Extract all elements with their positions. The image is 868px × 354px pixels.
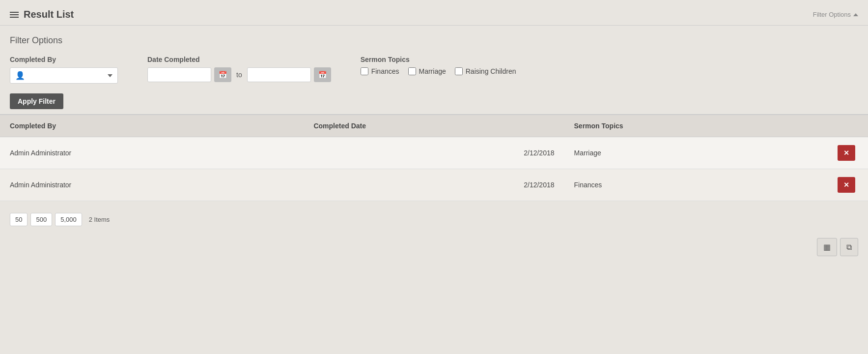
cell-completed-date: 2/12/2018 [304, 169, 564, 201]
completed-by-group: Completed By 👤 [10, 56, 118, 84]
col-header-action [825, 115, 868, 137]
grid-view-button[interactable]: ▦ [817, 238, 837, 256]
table-header-row: Completed By Completed Date Sermon Topic… [0, 115, 868, 137]
completed-by-select[interactable]: 👤 [10, 67, 118, 84]
copy-button[interactable]: ⧉ [840, 238, 858, 256]
table-row: Admin Administrator 2/12/2018 Finances ✕ [0, 169, 868, 201]
date-completed-label: Date Completed [147, 56, 331, 63]
col-header-completed-date: Completed Date [304, 115, 564, 137]
copy-icon: ⧉ [846, 243, 852, 251]
raising-children-label: Raising Children [466, 67, 516, 75]
cell-completed-by: Admin Administrator [0, 137, 304, 169]
filter-section: Filter Options Completed By 👤 Date Compl… [0, 26, 868, 115]
calendar-to-button[interactable]: 📅 [314, 67, 331, 82]
header-bar: Result List Filter Options [0, 0, 868, 26]
sermon-topics-label: Sermon Topics [361, 56, 516, 63]
col-header-sermon-topics: Sermon Topics [564, 115, 825, 137]
cell-sermon-topics: Finances [564, 169, 825, 201]
page-size-500[interactable]: 500 [30, 213, 52, 226]
date-from-input[interactable] [147, 67, 211, 82]
chevron-down-icon [108, 74, 112, 77]
page-container: Result List Filter Options Filter Option… [0, 0, 868, 261]
date-to-input[interactable] [247, 67, 311, 82]
col-header-completed-by: Completed By [0, 115, 304, 137]
marriage-label: Marriage [419, 67, 446, 75]
cell-completed-date: 2/12/2018 [304, 137, 564, 169]
person-icon: 👤 [15, 71, 25, 80]
bottom-toolbar: ▦ ⧉ [0, 233, 868, 261]
calendar-from-button[interactable]: 📅 [214, 67, 231, 82]
cell-sermon-topics: Marriage [564, 137, 825, 169]
topic-item-marriage: Marriage [408, 67, 446, 75]
items-count: 2 Items [89, 216, 110, 223]
topics-checkboxes: Finances Marriage Raising Children [361, 67, 516, 75]
filter-row: Completed By 👤 Date Completed 📅 to 📅 [10, 56, 858, 84]
finances-checkbox[interactable] [361, 67, 368, 75]
topic-item-finances: Finances [361, 67, 399, 75]
table-row: Admin Administrator 2/12/2018 Marriage ✕ [0, 137, 868, 169]
finances-label: Finances [371, 67, 399, 75]
cell-action: ✕ [825, 137, 868, 169]
date-completed-control: 📅 to 📅 [147, 67, 331, 82]
raising-children-checkbox[interactable] [455, 67, 463, 75]
chevron-up-icon [853, 13, 858, 16]
filter-options-toggle[interactable]: Filter Options [813, 11, 858, 18]
result-table: Completed By Completed Date Sermon Topic… [0, 115, 868, 201]
sermon-topics-group: Sermon Topics Finances Marriage Raising … [361, 56, 516, 75]
filter-options-toggle-label: Filter Options [813, 11, 851, 18]
cell-action: ✕ [825, 169, 868, 201]
delete-row-button[interactable]: ✕ [838, 177, 855, 193]
date-completed-group: Date Completed 📅 to 📅 [147, 56, 331, 82]
hamburger-icon [10, 12, 19, 18]
page-size-50[interactable]: 50 [10, 213, 28, 226]
cell-completed-by: Admin Administrator [0, 169, 304, 201]
pagination-row: 50 500 5,000 2 Items [0, 206, 868, 233]
table-container: Completed By Completed Date Sermon Topic… [0, 115, 868, 206]
completed-by-label: Completed By [10, 56, 118, 63]
topic-item-raising-children: Raising Children [455, 67, 516, 75]
marriage-checkbox[interactable] [408, 67, 416, 75]
header-title: Result List [10, 9, 74, 20]
table-header: Completed By Completed Date Sermon Topic… [0, 115, 868, 137]
to-label: to [236, 71, 242, 79]
filter-section-title: Filter Options [10, 35, 858, 46]
delete-row-button[interactable]: ✕ [838, 145, 855, 161]
table-body: Admin Administrator 2/12/2018 Marriage ✕… [0, 137, 868, 201]
page-size-5000[interactable]: 5,000 [55, 213, 82, 226]
apply-filter-button[interactable]: Apply Filter [10, 93, 63, 109]
page-title: Result List [24, 9, 74, 20]
grid-icon: ▦ [823, 243, 831, 251]
